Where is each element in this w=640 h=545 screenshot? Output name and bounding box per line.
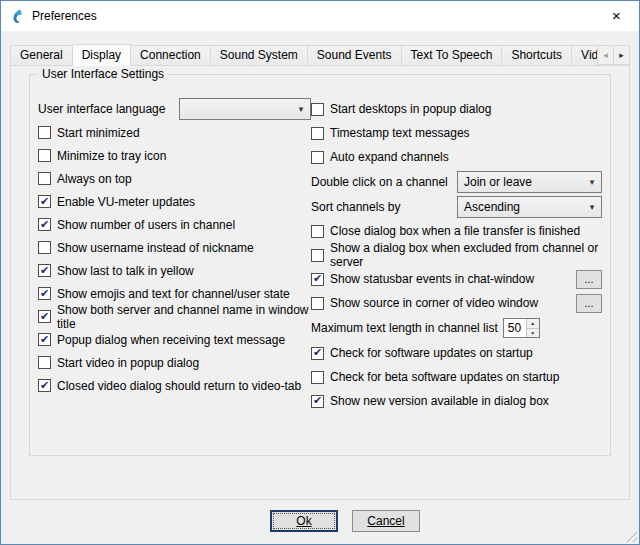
checkbox-video-popup[interactable]: Start video in popup dialog	[38, 356, 199, 370]
double-click-label: Double click on a channel	[311, 175, 448, 189]
checkbox-always-on-top[interactable]: Always on top	[38, 172, 132, 186]
checkbox-check-updates[interactable]: Check for software updates on startup	[311, 346, 533, 360]
checkbox-box	[38, 172, 51, 185]
statusbar-events-browse-button[interactable]: ...	[576, 270, 602, 289]
sort-channels-combo[interactable]: Ascending ▾	[457, 196, 602, 218]
checkbox-enable-vu-meter[interactable]: Enable VU-meter updates	[38, 195, 195, 209]
tab-page-display: User Interface Settings User interface l…	[10, 65, 630, 500]
checkbox-box	[38, 195, 51, 208]
checkbox-excluded-dialog[interactable]: Show a dialog box when excluded from cha…	[311, 241, 602, 269]
checkbox-box	[311, 273, 324, 286]
spin-up-icon[interactable]: ▲	[527, 319, 539, 329]
window-title: Preferences	[32, 9, 97, 23]
right-column: Start desktops in popup dialog Timestamp…	[311, 97, 602, 413]
chevron-down-icon: ▾	[583, 202, 601, 212]
cancel-button[interactable]: Cancel	[352, 510, 420, 532]
tab-scroll-buttons: ◂ ▸	[597, 45, 630, 65]
checkbox-box	[38, 379, 51, 392]
checkbox-close-filetransfer-dialog[interactable]: Close dialog box when a file transfer is…	[311, 224, 580, 238]
language-row: User interface language ▾	[38, 97, 311, 121]
user-interface-settings-group: User Interface Settings User interface l…	[29, 74, 611, 456]
checkbox-box	[38, 149, 51, 162]
sort-channels-label: Sort channels by	[311, 200, 400, 214]
tab-bar: General Display Connection Sound System …	[10, 44, 630, 66]
checkbox-popup-text-message[interactable]: Popup dialog when receiving text message	[38, 333, 285, 347]
checkbox-show-emojis[interactable]: Show emojis and text for channel/user st…	[38, 287, 290, 301]
checkbox-box	[311, 103, 324, 116]
checkbox-box	[311, 127, 324, 140]
tab-general[interactable]: General	[10, 45, 73, 65]
checkbox-box	[38, 287, 51, 300]
video-source-row: Show source in corner of video window ..…	[311, 291, 602, 315]
checkbox-desktops-popup[interactable]: Start desktops in popup dialog	[311, 102, 491, 116]
app-icon	[9, 8, 25, 24]
dialog-footer: Ok Cancel	[26, 510, 640, 532]
sort-channels-row: Sort channels by Ascending ▾	[311, 194, 602, 219]
checkbox-video-return-tab[interactable]: Closed video dialog should return to vid…	[38, 379, 301, 393]
tab-strip: General Display Connection Sound System …	[10, 44, 630, 66]
checkbox-new-version-dialog[interactable]: Show new version available in dialog box	[311, 394, 549, 408]
checkbox-video-source-corner[interactable]: Show source in corner of video window	[311, 296, 538, 310]
tab-display[interactable]: Display	[72, 44, 131, 66]
tab-text-to-speech[interactable]: Text To Speech	[401, 45, 503, 65]
checkbox-statusbar-events[interactable]: Show statusbar events in chat-window	[311, 272, 534, 286]
double-click-combo[interactable]: Join or leave ▾	[457, 171, 602, 193]
spin-buttons: ▲ ▼	[526, 319, 539, 337]
double-click-row: Double click on a channel Join or leave …	[311, 169, 602, 194]
checkbox-box	[38, 333, 51, 346]
checkbox-box	[311, 297, 324, 310]
checkbox-box	[38, 310, 51, 323]
checkbox-box	[38, 241, 51, 254]
checkbox-start-minimized[interactable]: Start minimized	[38, 126, 140, 140]
checkbox-box	[38, 264, 51, 277]
chevron-down-icon: ▾	[583, 177, 601, 187]
checkbox-box	[311, 371, 324, 384]
language-combo[interactable]: ▾	[179, 98, 311, 120]
checkbox-box	[311, 395, 324, 408]
language-label: User interface language	[38, 102, 165, 116]
checkbox-box	[311, 347, 324, 360]
checkbox-check-beta-updates[interactable]: Check for beta software updates on start…	[311, 370, 559, 384]
max-text-length-row: Maximum text length in channel list 50 ▲…	[311, 315, 602, 341]
preferences-dialog: Preferences × General Display Connection…	[0, 0, 640, 545]
spin-down-icon[interactable]: ▼	[527, 329, 539, 338]
checkbox-box	[311, 249, 324, 262]
checkbox-box	[311, 151, 324, 164]
tab-scroll-left-icon[interactable]: ◂	[597, 45, 614, 65]
checkbox-last-talk-yellow[interactable]: Show last to talk in yellow	[38, 264, 194, 278]
close-button[interactable]: ×	[594, 1, 639, 30]
tab-scroll-right-icon[interactable]: ▸	[613, 45, 630, 65]
chevron-down-icon: ▾	[292, 104, 310, 114]
checkbox-show-username[interactable]: Show username instead of nickname	[38, 241, 254, 255]
tab-sound-events[interactable]: Sound Events	[307, 45, 402, 65]
statusbar-events-row: Show statusbar events in chat-window ...	[311, 267, 602, 291]
tab-sound-system[interactable]: Sound System	[210, 45, 308, 65]
checkbox-show-user-count[interactable]: Show number of users in channel	[38, 218, 235, 232]
checkbox-minimize-to-tray[interactable]: Minimize to tray icon	[38, 149, 166, 163]
checkbox-server-channel-title[interactable]: Show both server and channel name in win…	[38, 303, 311, 331]
ok-button[interactable]: Ok	[270, 510, 338, 532]
max-text-length-label: Maximum text length in channel list	[311, 321, 498, 335]
checkbox-box	[38, 218, 51, 231]
title-bar[interactable]: Preferences ×	[1, 1, 639, 31]
checkbox-box	[311, 225, 324, 238]
tab-shortcuts[interactable]: Shortcuts	[501, 45, 572, 65]
checkbox-auto-expand-channels[interactable]: Auto expand channels	[311, 150, 449, 164]
checkbox-timestamp-messages[interactable]: Timestamp text messages	[311, 126, 470, 140]
tab-connection[interactable]: Connection	[130, 45, 211, 65]
video-source-browse-button[interactable]: ...	[576, 294, 602, 313]
max-text-length-spinbox[interactable]: 50 ▲ ▼	[503, 318, 540, 338]
checkbox-box	[38, 126, 51, 139]
group-title: User Interface Settings	[38, 67, 168, 81]
left-column: User interface language ▾ Start minimize…	[38, 97, 311, 413]
checkbox-box	[38, 356, 51, 369]
